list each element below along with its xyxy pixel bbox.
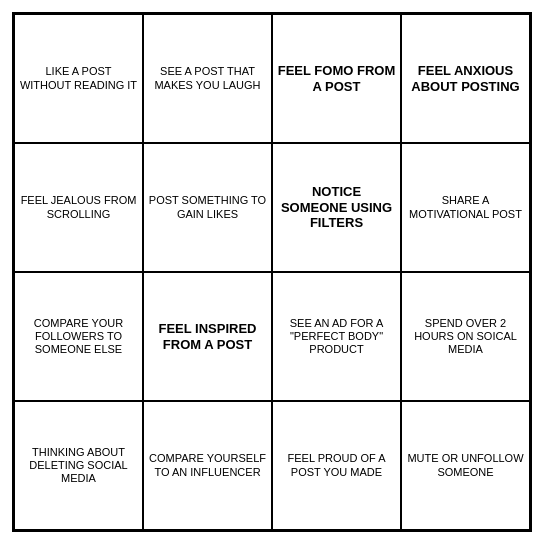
bingo-cell-8: COMPARE YOUR FOLLOWERS TO SOMEONE ELSE <box>14 272 143 401</box>
bingo-cell-6: NOTICE SOMEONE USING FILTERS <box>272 143 401 272</box>
bingo-cell-4: FEEL JEALOUS FROM SCROLLING <box>14 143 143 272</box>
bingo-cell-15: MUTE OR UNFOLLOW SOMEONE <box>401 401 530 530</box>
bingo-board: LIKE A POST WITHOUT READING ITSEE A POST… <box>12 12 532 532</box>
bingo-cell-14: FEEL PROUD OF A POST YOU MADE <box>272 401 401 530</box>
bingo-cell-13: COMPARE YOURSELF TO AN INFLUENCER <box>143 401 272 530</box>
bingo-cell-12: THINKING ABOUT DELETING SOCIAL MEDIA <box>14 401 143 530</box>
bingo-cell-0: LIKE A POST WITHOUT READING IT <box>14 14 143 143</box>
bingo-cell-10: SEE AN AD FOR A "PERFECT BODY" PRODUCT <box>272 272 401 401</box>
bingo-cell-3: FEEL ANXIOUS ABOUT POSTING <box>401 14 530 143</box>
bingo-cell-9: FEEL INSPIRED FROM A POST <box>143 272 272 401</box>
bingo-cell-2: FEEL FOMO FROM A POST <box>272 14 401 143</box>
bingo-cell-1: SEE A POST THAT MAKES YOU LAUGH <box>143 14 272 143</box>
bingo-cell-5: POST SOMETHING TO GAIN LIKES <box>143 143 272 272</box>
bingo-cell-11: SPEND OVER 2 HOURS ON SOICAL MEDIA <box>401 272 530 401</box>
bingo-cell-7: SHARE A MOTIVATIONAL POST <box>401 143 530 272</box>
